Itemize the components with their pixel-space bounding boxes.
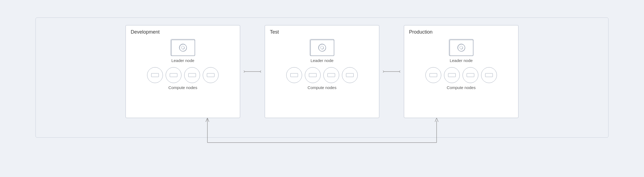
production-compute-node-2: [444, 67, 460, 83]
development-compute-label: Compute nodes: [168, 85, 197, 90]
production-compute-row: [425, 67, 497, 83]
development-compute-node-4: [203, 67, 219, 83]
test-compute-row: [286, 67, 358, 83]
svg-point-5: [319, 44, 326, 51]
svg-point-9: [458, 44, 465, 51]
development-compute-node-2: [166, 67, 181, 83]
svg-point-6: [321, 46, 324, 49]
development-title: Development: [131, 29, 160, 35]
svg-rect-0: [171, 40, 195, 56]
diagram-container: Development Leader node: [22, 12, 622, 165]
production-compute-node-4: [481, 67, 497, 83]
development-compute-row: [147, 67, 219, 83]
svg-point-2: [182, 46, 184, 49]
bottom-connector-svg: [150, 118, 494, 154]
production-leader-label: Leader node: [450, 58, 473, 63]
test-compute-node-3: [323, 67, 339, 83]
production-title: Production: [409, 29, 433, 35]
test-title: Test: [270, 29, 279, 35]
svg-rect-8: [450, 40, 473, 56]
test-compute-label: Compute nodes: [308, 85, 336, 90]
development-compute-node-1: [147, 67, 163, 83]
svg-point-1: [180, 44, 187, 51]
production-leader-icon: [449, 39, 473, 56]
production-leader-section: Leader node: [449, 39, 473, 63]
production-compute-node-1: [425, 67, 441, 83]
development-compute-section: Compute nodes: [147, 67, 219, 90]
test-leader-section: Leader node: [310, 39, 334, 63]
production-compute-node-3: [463, 67, 478, 83]
test-leader-icon: [310, 39, 334, 56]
test-compute-node-4: [342, 67, 358, 83]
arrow-dev-test: [240, 69, 265, 74]
development-leader-label: Leader node: [171, 58, 194, 63]
production-compute-section: Compute nodes: [425, 67, 497, 90]
test-compute-node-1: [286, 67, 302, 83]
production-box: Production Leader node: [404, 25, 518, 118]
svg-point-10: [460, 46, 463, 49]
development-box: Development Leader node: [126, 25, 240, 118]
arrow-test-prod: [379, 69, 404, 74]
test-box: Test Leader node: [265, 25, 379, 118]
development-leader-section: Leader node: [171, 39, 195, 63]
production-compute-label: Compute nodes: [447, 85, 476, 90]
test-compute-node-2: [305, 67, 321, 83]
test-compute-section: Compute nodes: [286, 67, 358, 90]
test-leader-label: Leader node: [311, 58, 333, 63]
development-leader-icon: [171, 39, 195, 56]
svg-rect-4: [311, 40, 334, 56]
development-compute-node-3: [184, 67, 200, 83]
